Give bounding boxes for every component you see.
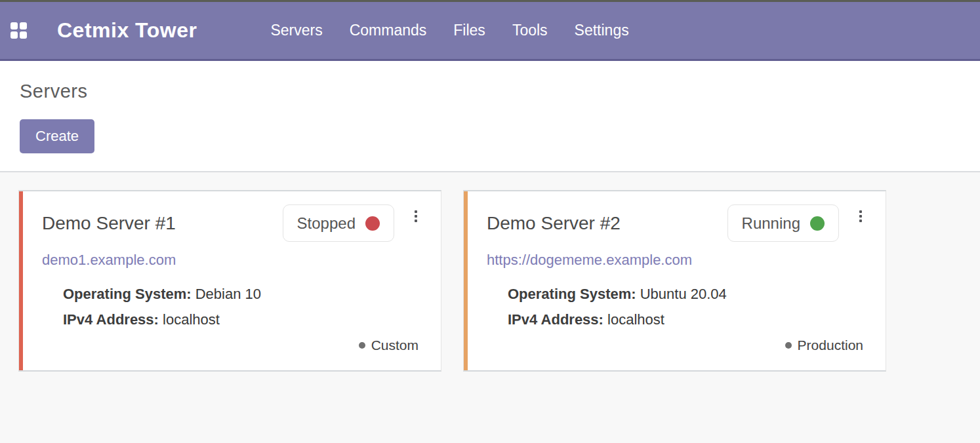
nav-item-tools[interactable]: Tools <box>512 22 548 39</box>
kanban-view: Demo Server #1 Stopped demo1.example.com… <box>0 172 980 443</box>
server-details: Operating System: Debian 10 IPv4 Address… <box>63 281 419 332</box>
ip-value: localhost <box>607 311 664 328</box>
apps-grid-icon[interactable] <box>10 22 27 39</box>
server-details: Operating System: Ubuntu 20.04 IPv4 Addr… <box>508 281 863 332</box>
apps-grid-square <box>20 22 27 29</box>
os-label: Operating System: <box>508 286 636 302</box>
os-value: Debian 10 <box>195 286 261 302</box>
os-line: Operating System: Ubuntu 20.04 <box>508 281 863 307</box>
os-value: Ubuntu 20.04 <box>640 286 727 302</box>
server-status-button[interactable]: Running <box>727 204 839 242</box>
kebab-menu-icon[interactable] <box>413 209 419 223</box>
page-header: Servers Create <box>0 61 980 172</box>
tag-dot <box>359 342 365 349</box>
app-title[interactable]: Cetmix Tower <box>57 18 197 43</box>
kebab-dot <box>415 220 417 222</box>
server-status-label: Stopped <box>297 214 356 233</box>
server-tag: Production <box>798 337 863 353</box>
server-tag-row: Production <box>487 337 863 353</box>
nav-item-commands[interactable]: Commands <box>350 22 427 39</box>
ip-label: IPv4 Address: <box>508 311 603 328</box>
apps-grid-square <box>10 31 18 39</box>
kebab-dot <box>859 220 862 222</box>
tag-dot <box>785 342 792 349</box>
server-status-button[interactable]: Stopped <box>283 204 394 242</box>
ip-line: IPv4 Address: localhost <box>63 307 419 332</box>
server-card-header: Demo Server #2 Running <box>487 204 863 242</box>
server-accent-strip <box>19 191 23 370</box>
apps-grid-square <box>10 22 18 29</box>
page-title: Servers <box>20 81 960 102</box>
kebab-dot <box>859 215 862 218</box>
top-navbar: Cetmix Tower Servers Commands Files Tool… <box>0 0 980 61</box>
server-url-link[interactable]: demo1.example.com <box>42 252 176 269</box>
server-card-header: Demo Server #1 Stopped <box>42 204 419 242</box>
server-name[interactable]: Demo Server #1 <box>42 213 283 234</box>
server-status-label: Running <box>742 214 800 233</box>
ip-line: IPv4 Address: localhost <box>508 307 863 332</box>
main-nav: Servers Commands Files Tools Settings <box>270 22 628 39</box>
status-dot <box>365 216 380 231</box>
server-tag-row: Custom <box>42 337 419 353</box>
ip-value: localhost <box>163 311 220 328</box>
nav-item-settings[interactable]: Settings <box>575 22 629 39</box>
os-label: Operating System: <box>63 286 192 302</box>
kebab-dot <box>415 210 417 213</box>
server-card: Demo Server #1 Stopped demo1.example.com… <box>18 190 441 372</box>
status-dot <box>810 216 825 231</box>
nav-item-servers[interactable]: Servers <box>270 22 322 39</box>
os-line: Operating System: Debian 10 <box>63 281 419 307</box>
server-tag: Custom <box>371 337 419 353</box>
ip-label: IPv4 Address: <box>63 311 159 328</box>
app-window: Cetmix Tower Servers Commands Files Tool… <box>0 0 980 443</box>
server-name[interactable]: Demo Server #2 <box>487 213 727 234</box>
create-button[interactable]: Create <box>20 119 94 153</box>
server-card: Demo Server #2 Running https://dogememe.… <box>463 190 886 372</box>
kebab-dot <box>415 215 417 218</box>
server-url-link[interactable]: https://dogememe.example.com <box>487 252 692 269</box>
apps-grid-square <box>20 31 27 39</box>
server-card-body: Demo Server #2 Running https://dogememe.… <box>464 191 886 369</box>
kebab-menu-icon[interactable] <box>858 209 863 223</box>
server-accent-strip <box>464 191 468 370</box>
kebab-dot <box>859 210 862 213</box>
nav-item-files[interactable]: Files <box>453 22 485 39</box>
server-card-body: Demo Server #1 Stopped demo1.example.com… <box>19 191 441 369</box>
